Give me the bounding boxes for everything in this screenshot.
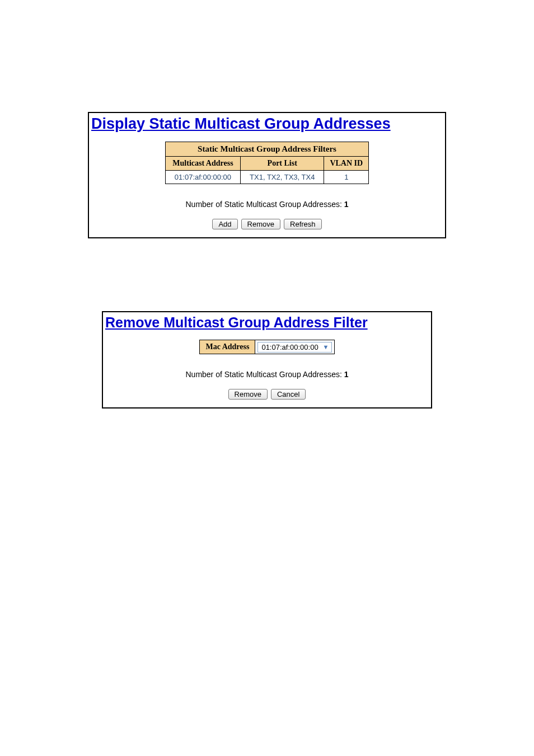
mac-address-select-value: 01:07:af:00:00:00: [261, 343, 318, 351]
remove-count-value: 1: [344, 370, 349, 379]
col-port-list: Port List: [241, 157, 324, 171]
add-button[interactable]: Add: [212, 219, 237, 229]
remove-button-row: Remove Cancel: [105, 389, 429, 400]
display-count-label: Number of Static Multicast Group Address…: [185, 200, 344, 209]
mac-address-label: Mac Address: [200, 340, 255, 354]
remove-confirm-button[interactable]: Remove: [228, 389, 268, 400]
remove-count-line: Number of Static Multicast Group Address…: [105, 370, 429, 379]
cell-vlan-id: 1: [324, 171, 369, 184]
mac-address-cell: 01:07:af:00:00:00 ▼: [255, 340, 334, 354]
mac-address-select[interactable]: 01:07:af:00:00:00 ▼: [257, 342, 331, 353]
chevron-down-icon: ▼: [323, 344, 329, 350]
remove-count-label: Number of Static Multicast Group Address…: [185, 370, 344, 379]
cell-port-list: TX1, TX2, TX3, TX4: [241, 171, 324, 184]
cell-multicast-address: 01:07:af:00:00:00: [165, 171, 240, 184]
col-multicast-address: Multicast Address: [165, 157, 240, 171]
remove-panel: Remove Multicast Group Address Filter Ma…: [102, 311, 432, 408]
display-button-row: Add Remove Refresh: [91, 219, 443, 229]
display-count-value: 1: [344, 200, 349, 209]
display-count-line: Number of Static Multicast Group Address…: [91, 200, 443, 209]
table-row: 01:07:af:00:00:00 TX1, TX2, TX3, TX4 1: [165, 171, 368, 184]
remove-button[interactable]: Remove: [241, 219, 280, 229]
remove-page-title: Remove Multicast Group Address Filter: [105, 314, 429, 331]
display-panel: Display Static Multicast Group Addresses…: [88, 112, 446, 238]
filters-table: Static Multicast Group Address Filters M…: [165, 142, 369, 184]
mac-table: Mac Address 01:07:af:00:00:00 ▼: [199, 340, 334, 354]
refresh-button[interactable]: Refresh: [284, 219, 322, 229]
display-page-title: Display Static Multicast Group Addresses: [91, 115, 443, 133]
col-vlan-id: VLAN ID: [324, 157, 369, 171]
cancel-button[interactable]: Cancel: [271, 389, 306, 400]
filters-caption: Static Multicast Group Address Filters: [165, 142, 368, 157]
